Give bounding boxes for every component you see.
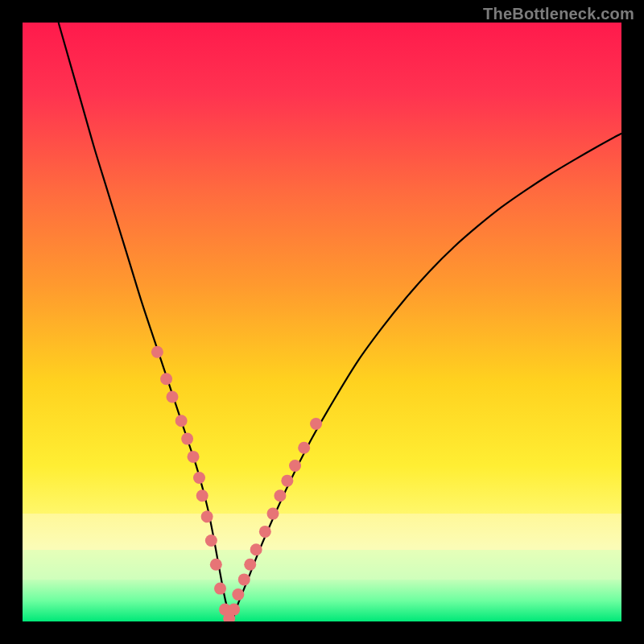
marker-dot	[310, 418, 322, 430]
watermark-text: TheBottleneck.com	[483, 5, 634, 23]
marker-dot	[193, 472, 205, 484]
highlight-markers	[151, 346, 322, 621]
marker-dot	[274, 489, 286, 502]
marker-dot	[259, 526, 271, 538]
marker-dot	[210, 559, 222, 571]
marker-dot	[244, 559, 256, 571]
marker-dot	[281, 475, 293, 487]
bottleneck-curve	[59, 23, 621, 618]
chart-frame: TheBottleneck.com	[0, 0, 644, 644]
marker-dot	[196, 489, 208, 502]
marker-dot	[160, 373, 172, 385]
marker-dot	[214, 583, 226, 595]
marker-dot	[181, 433, 193, 445]
marker-dot	[151, 346, 163, 358]
curve-layer	[23, 23, 621, 621]
marker-dot	[167, 391, 179, 403]
plot-area	[23, 23, 621, 621]
marker-dot	[250, 543, 262, 555]
marker-dot	[238, 573, 250, 585]
marker-dot	[266, 508, 279, 520]
marker-dot	[298, 442, 310, 454]
marker-dot	[188, 451, 200, 463]
marker-dot	[205, 535, 217, 547]
marker-dot	[175, 415, 188, 427]
marker-dot	[232, 588, 244, 601]
marker-dot	[228, 604, 240, 616]
marker-dot	[289, 460, 301, 472]
marker-dot	[201, 510, 213, 522]
